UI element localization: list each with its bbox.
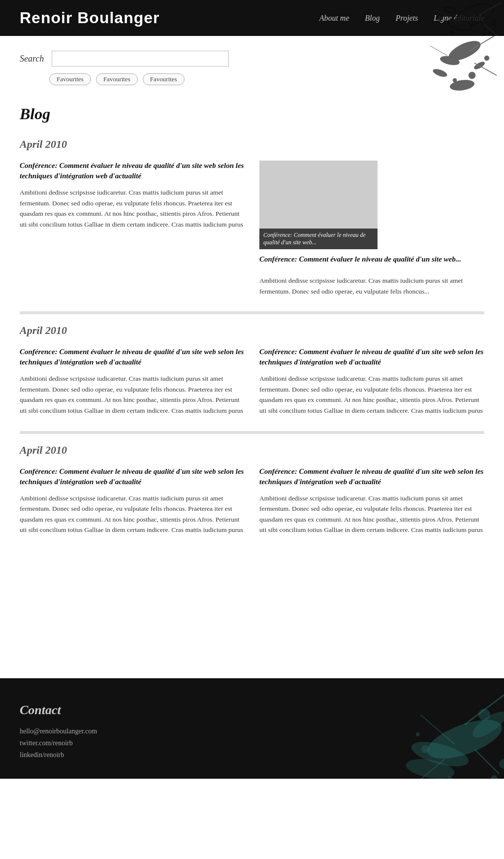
svg-line-34 xyxy=(415,759,445,779)
blog-title: Blog xyxy=(20,105,484,123)
search-label: Search xyxy=(20,54,44,64)
section-month-1: April 2010 xyxy=(20,138,484,151)
svg-point-13 xyxy=(438,33,457,36)
footer-twitter[interactable]: twitter.com/renoirb xyxy=(20,739,484,747)
svg-point-37 xyxy=(499,759,504,769)
blog-section-2: April 2010 Conférence: Comment évaluer l… xyxy=(0,314,504,430)
post-body-2-2: Ambitioni dedisse scripsisse iudicaretur… xyxy=(259,373,484,416)
content-spacer xyxy=(0,550,504,649)
post-title-3-1: Conférence: Comment évaluer le niveau de… xyxy=(20,466,245,487)
blog-section-3: April 2010 Conférence: Comment évaluer l… xyxy=(0,434,504,550)
svg-line-9 xyxy=(479,2,502,15)
post-image-caption: Conférence: Comment évaluer le niveau de… xyxy=(259,229,378,249)
footer-links: hello@renoirboulanger.com twitter.com/re… xyxy=(20,727,484,759)
tag-1[interactable]: Favourites xyxy=(49,73,91,85)
svg-point-38 xyxy=(405,756,456,779)
post-right: Conférence: Comment évaluer le niveau de… xyxy=(259,161,484,297)
footer-linkedin[interactable]: linkedin/renoirb xyxy=(20,751,484,759)
post-item-2-2: Conférence: Comment évaluer le niveau de… xyxy=(259,347,484,416)
site-footer: Contact hello@renoirboulanger.com twitte… xyxy=(0,678,504,779)
post-with-image: Conférence: Comment évaluer le niveau de… xyxy=(20,161,484,297)
post-title-right: Conférence: Comment évaluer le niveau de… xyxy=(259,254,484,264)
svg-point-41 xyxy=(491,775,498,779)
svg-line-23 xyxy=(470,36,494,51)
blog-section-1: April 2010 Conférence: Comment évaluer l… xyxy=(0,128,504,311)
post-item-3-2: Conférence: Comment évaluer le niveau de… xyxy=(259,466,484,535)
post-body-2-1: Ambitioni dedisse scripsisse iudicaretur… xyxy=(20,373,245,416)
main-nav: About me Blog Projets Ligne éditoriale xyxy=(319,14,484,23)
section-month-2: April 2010 xyxy=(20,324,484,337)
svg-point-2 xyxy=(481,23,497,36)
footer-contact-title: Contact xyxy=(20,703,484,718)
svg-point-7 xyxy=(451,31,454,33)
post-item-3-1: Conférence: Comment évaluer le niveau de… xyxy=(20,466,245,535)
post-body-3-2: Ambitioni dedisse scripsisse iudicaretur… xyxy=(259,493,484,535)
post-body-right: Ambitioni dedisse scripsisse iudicaretur… xyxy=(259,275,484,297)
nav-projets[interactable]: Projets xyxy=(396,14,418,23)
post-title-3-2: Conférence: Comment évaluer le niveau de… xyxy=(259,466,484,487)
section-month-3: April 2010 xyxy=(20,444,484,457)
posts-two-col-3: Conférence: Comment évaluer le niveau de… xyxy=(20,466,484,535)
svg-point-3 xyxy=(443,6,456,13)
search-input[interactable] xyxy=(52,51,229,66)
post-title-left: Conférence: Comment évaluer le niveau de… xyxy=(20,161,245,181)
tag-2[interactable]: Favourites xyxy=(96,73,138,85)
post-title-2-1: Conférence: Comment évaluer le niveau de… xyxy=(20,347,245,367)
post-image-container: Conférence: Comment évaluer le niveau de… xyxy=(259,161,378,249)
site-title: Renoir Boulanger xyxy=(20,9,159,27)
posts-two-col-2: Conférence: Comment évaluer le niveau de… xyxy=(20,347,484,416)
post-title-2-2: Conférence: Comment évaluer le niveau de… xyxy=(259,347,484,367)
blog-title-section: Blog xyxy=(0,95,504,128)
post-left: Conférence: Comment évaluer le niveau de… xyxy=(20,161,245,230)
post-body-left: Ambitioni dedisse scripsisse iudicaretur… xyxy=(20,187,245,230)
nav-blog[interactable]: Blog xyxy=(365,14,380,23)
post-item-2-1: Conférence: Comment évaluer le niveau de… xyxy=(20,347,245,416)
tags-row: Favourites Favourites Favourites xyxy=(20,73,484,85)
nav-ligne[interactable]: Ligne éditoriale xyxy=(434,14,484,23)
svg-point-42 xyxy=(447,776,452,779)
site-header: Renoir Boulanger About me Blog Projets L… xyxy=(0,0,504,36)
nav-about[interactable]: About me xyxy=(319,14,349,23)
footer-email[interactable]: hello@renoirboulanger.com xyxy=(20,727,484,735)
svg-point-6 xyxy=(492,20,496,24)
search-area: Search Favourites Favourites Favourites xyxy=(0,36,504,95)
tag-3[interactable]: Favourites xyxy=(143,73,185,85)
svg-point-22 xyxy=(484,56,489,61)
post-body-3-1: Ambitioni dedisse scripsisse iudicaretur… xyxy=(20,493,245,535)
svg-line-10 xyxy=(484,25,502,36)
search-row: Search xyxy=(20,51,484,66)
